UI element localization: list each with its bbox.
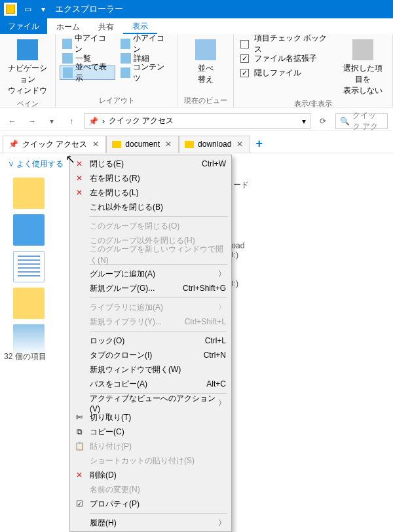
ribbon-group-currentview: 並べ 替え 現在のビュー — [178, 34, 234, 107]
tab-home[interactable]: ホーム — [47, 18, 89, 34]
folder-tab-quick-access[interactable]: 📌 クイック アクセス ✕ — [3, 136, 106, 153]
close-tab-icon[interactable]: ✕ — [164, 140, 173, 149]
menu-item-label: ロック(O) — [90, 335, 124, 347]
sort-button[interactable]: 並べ 替え — [182, 37, 229, 96]
menu-item-label: 右を閉じる(R) — [90, 173, 140, 184]
breadcrumb-dropdown-icon[interactable]: ▾ — [302, 117, 306, 126]
search-placeholder: クイック アク — [352, 110, 383, 132]
menu-item[interactable]: 履歴(H)〉 — [70, 516, 231, 530]
menu-item[interactable]: ⧉コピー(C) — [70, 425, 231, 439]
menu-item-shortcut: Ctrl+Shift+L — [185, 317, 226, 326]
menu-item-label: プロパティ(P) — [90, 499, 140, 510]
layout-tiles[interactable]: 並べて表示 — [60, 66, 115, 80]
menu-item-label: このグループを新しいウィンドウで開く(N) — [90, 244, 226, 266]
navigation-pane-button[interactable]: ナビゲーション ウィンドウ — [4, 37, 51, 99]
pin-icon: 📌 — [9, 140, 18, 149]
menu-item[interactable]: グループに追加(A)〉 — [70, 267, 231, 281]
qat-new-folder-icon[interactable]: ▭ — [22, 4, 33, 14]
ribbon-group-layout-label: レイアウト — [60, 96, 174, 107]
system-icon[interactable] — [4, 3, 17, 16]
menu-item-label: コピー(C) — [90, 427, 124, 438]
nav-up-icon[interactable]: ↑ — [64, 114, 79, 128]
menu-item: ライブラリに追加(A)〉 — [70, 300, 231, 314]
menu-item: このグループを閉じる(O) — [70, 219, 231, 233]
ribbon-group-showhide: 項目チェック ボックス ファイル名拡張子 隠しファイル 選択した項目を 表示しな… — [234, 34, 393, 107]
ribbon-group-showhide-label: 表示/非表示 — [238, 99, 388, 110]
menu-item-shortcut: Ctrl+W — [202, 159, 226, 168]
menu-item: このグループを新しいウィンドウで開く(N) — [70, 248, 231, 262]
folder-icon — [112, 141, 121, 148]
menu-item-icon: ✕ — [74, 174, 84, 183]
menu-item-label: 名前の変更(N) — [90, 484, 140, 495]
menu-item-icon: 📋 — [74, 442, 84, 451]
tab-file[interactable]: ファイル — [0, 18, 47, 34]
folder-tab-document[interactable]: document ✕ — [106, 136, 179, 153]
menu-item[interactable]: ロック(O)Ctrl+L — [70, 333, 231, 348]
menu-item[interactable]: タブのクローン(I)Ctrl+N — [70, 348, 231, 362]
show-file-extensions[interactable]: ファイル名拡張子 — [238, 51, 335, 66]
nav-history-dropdown-icon[interactable]: ▾ — [45, 114, 59, 128]
menu-item[interactable]: ✕削除(D) — [70, 468, 231, 482]
layout-medium-icons[interactable]: 中アイコン — [60, 37, 115, 51]
ribbon-group-pane-label: ペイン — [4, 99, 51, 110]
layout-content[interactable]: コンテンツ — [118, 66, 174, 80]
submenu-arrow-icon: 〉 — [218, 398, 226, 409]
menu-item[interactable]: ✕右を閉じる(R) — [70, 171, 231, 185]
breadcrumb-box[interactable]: 📌 › クイック アクセス ▾ — [84, 113, 310, 129]
menu-item[interactable]: 新規グループ(G)...Ctrl+Shift+G — [70, 281, 231, 295]
layout-small-icons[interactable]: 小アイコン — [118, 37, 174, 51]
tab-view[interactable]: 表示 — [123, 18, 157, 34]
close-tab-icon[interactable]: ✕ — [91, 140, 100, 149]
breadcrumb-text: クイック アクセス — [109, 115, 174, 126]
menu-item-label: 貼り付け(P) — [90, 441, 132, 452]
menu-item[interactable]: ✕左を閉じる(L) — [70, 185, 231, 200]
search-input[interactable]: 🔍 クイック アク — [335, 113, 388, 129]
pin-icon: 📌 — [88, 117, 98, 126]
menu-item[interactable]: アクティブなビューへのアクション(V)〉 — [70, 396, 231, 410]
tab-share[interactable]: 共有 — [89, 18, 123, 34]
submenu-arrow-icon: 〉 — [218, 518, 226, 529]
hide-selected-button[interactable]: 選択した項目を 表示しない — [337, 37, 388, 99]
menu-item[interactable]: ✕閉じる(E)Ctrl+W — [70, 157, 231, 171]
folder-tab-bar: 📌 クイック アクセス ✕ document ✕ download ✕ + — [0, 135, 393, 153]
search-icon: 🔍 — [340, 117, 350, 126]
menu-item: 名前の変更(N) — [70, 482, 231, 497]
ribbon-group-layout: 中アイコン 一覧 並べて表示 小アイコン 詳細 コンテンツ レイアウト — [56, 34, 178, 107]
menu-item-icon: ✄ — [74, 413, 84, 422]
submenu-arrow-icon: 〉 — [218, 302, 226, 313]
show-hidden-files[interactable]: 隠しファイル — [238, 66, 335, 80]
menu-item[interactable]: 新規ウィンドウで開く(W) — [70, 362, 231, 377]
ribbon-group-pane: ナビゲーション ウィンドウ ペイン — [0, 34, 56, 107]
show-item-checkboxes[interactable]: 項目チェック ボックス — [238, 37, 335, 51]
menu-item: ショートカットの貼り付け(S) — [70, 453, 231, 468]
new-tab-button[interactable]: + — [250, 136, 268, 153]
menu-item[interactable]: ✄切り取り(T) — [70, 410, 231, 425]
ribbon-tabstrip: ファイル ホーム 共有 表示 — [0, 18, 393, 34]
title-bar: ▭ ▾ エクスプローラー — [0, 0, 393, 18]
folder-tab-download[interactable]: download ✕ — [179, 136, 250, 153]
refresh-icon[interactable]: ⟳ — [316, 114, 330, 128]
menu-item-shortcut: Alt+C — [206, 379, 226, 389]
window-title: エクスプローラー — [55, 3, 123, 15]
menu-item-label: 削除(D) — [90, 470, 117, 481]
qat-properties-icon[interactable]: ▾ — [38, 4, 48, 14]
menu-item[interactable]: パスをコピー(A)Alt+C — [70, 377, 231, 391]
menu-item-label: 新規グループ(G)... — [90, 283, 155, 294]
nav-forward-icon[interactable]: → — [25, 114, 39, 128]
menu-item-label: パスをコピー(A) — [90, 379, 147, 390]
menu-item[interactable]: これ以外を閉じる(B) — [70, 200, 231, 214]
menu-item[interactable]: ☑プロパティ(P) — [70, 497, 231, 511]
menu-item-icon: ✕ — [74, 159, 84, 168]
menu-item-icon: ☑ — [74, 499, 84, 508]
menu-item-icon: ⧉ — [74, 427, 84, 436]
menu-separator — [90, 216, 227, 217]
menu-item-label: これ以外を閉じる(B) — [90, 202, 163, 213]
menu-item-shortcut: Ctrl+Shift+G — [183, 284, 226, 293]
nav-back-icon[interactable]: ← — [5, 114, 20, 128]
menu-item-icon: ✕ — [74, 188, 84, 197]
tab-context-menu: ✕閉じる(E)Ctrl+W✕右を閉じる(R)✕左を閉じる(L)これ以外を閉じる(… — [69, 155, 232, 532]
ribbon-group-currentview-label: 現在のビュー — [182, 96, 229, 107]
submenu-arrow-icon: 〉 — [218, 269, 226, 280]
menu-item-label: このグループを閉じる(O) — [90, 221, 179, 232]
close-tab-icon[interactable]: ✕ — [235, 140, 244, 149]
